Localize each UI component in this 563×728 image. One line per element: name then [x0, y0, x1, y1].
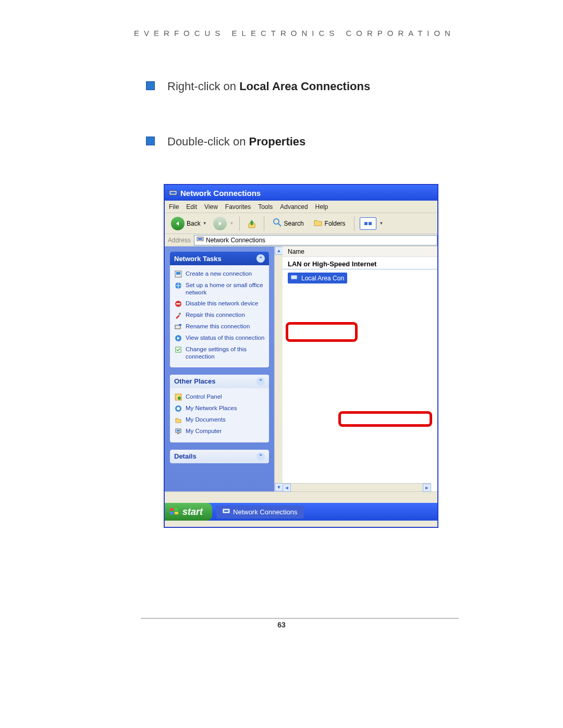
scroll-right-icon[interactable]: ► — [423, 484, 431, 492]
bullet-icon — [146, 137, 155, 145]
control-panel-icon — [174, 393, 182, 401]
scroll-left-icon[interactable]: ◄ — [283, 484, 291, 492]
footer-separator — [141, 618, 459, 619]
menu-edit[interactable]: Edit — [186, 203, 197, 211]
task-repair-connection[interactable]: Repair this connection — [173, 310, 266, 321]
back-icon — [171, 217, 185, 230]
svg-rect-23 — [291, 275, 297, 279]
svg-rect-10 — [176, 303, 180, 304]
network-tasks-header[interactable]: Network Tasks ⌃ — [170, 252, 269, 265]
menu-advanced[interactable]: Advanced — [280, 203, 308, 211]
other-places-label: Other Places — [174, 377, 216, 385]
network-icon — [169, 189, 177, 197]
address-bar: Address Network Connections — [165, 234, 437, 246]
svg-rect-22 — [177, 433, 179, 434]
window-title: Network Connections — [180, 189, 261, 198]
views-button[interactable] — [360, 217, 376, 230]
back-button[interactable]: Back ▼ — [168, 216, 210, 231]
address-value: Network Connections — [206, 237, 265, 244]
other-places-panel: Other Places ⌃ Control Panel My Network … — [170, 375, 269, 442]
menu-file[interactable]: File — [169, 203, 179, 211]
task-view-status[interactable]: View status of this connection — [173, 332, 266, 344]
svg-rect-13 — [179, 324, 181, 326]
wizard-icon — [174, 270, 182, 278]
svg-rect-26 — [224, 510, 228, 512]
svg-point-2 — [274, 219, 279, 224]
scroll-down-icon[interactable]: ▼ — [275, 483, 283, 491]
menu-tools[interactable]: Tools — [258, 203, 273, 211]
task-disable-device[interactable]: Disable this network device — [173, 298, 266, 310]
bullet-icon — [146, 81, 155, 90]
folders-label: Folders — [325, 220, 346, 227]
connections-list-pane: Name LAN or High-Speed Internet Local Ar… — [283, 246, 437, 491]
places-list: Control Panel My Network Places My Docum… — [170, 388, 269, 442]
computer-icon — [174, 427, 182, 436]
back-label: Back — [187, 220, 201, 227]
dropdown-icon: ▼ — [203, 221, 207, 226]
dropdown-icon: ▼ — [230, 221, 234, 226]
task-create-connection[interactable]: Create a new connection — [173, 268, 266, 280]
horizontal-scrollbar[interactable]: ◄ ► — [283, 483, 431, 491]
search-label: Search — [284, 220, 304, 227]
column-header-name[interactable]: Name — [283, 246, 437, 257]
svg-rect-1 — [170, 192, 176, 194]
forward-button[interactable] — [213, 217, 227, 230]
start-button[interactable]: start — [165, 503, 212, 521]
collapse-icon: ⌃ — [256, 377, 265, 386]
folders-button[interactable]: Folders — [310, 217, 349, 230]
svg-point-17 — [178, 397, 181, 400]
place-my-network[interactable]: My Network Places — [173, 403, 266, 414]
menu-help[interactable]: Help — [315, 203, 328, 211]
instruction-2: Double-click on Properties — [146, 134, 459, 149]
windows-logo-icon — [170, 508, 179, 515]
disable-icon — [174, 300, 182, 308]
search-button[interactable]: Search — [270, 217, 307, 230]
nic-icon — [291, 274, 299, 282]
task-rename-connection[interactable]: Rename this connection — [173, 321, 266, 332]
network-connections-window: Network Connections File Edit View Favor… — [164, 184, 438, 528]
instr1-bold: Local Area Connections — [239, 80, 370, 93]
network-icon — [197, 236, 204, 244]
task-setup-home-network[interactable]: Set up a home or small office network — [173, 280, 266, 298]
svg-rect-12 — [175, 325, 180, 329]
toolbar-separator — [239, 216, 240, 231]
instr1-prefix: Right-click on — [167, 80, 239, 93]
vertical-scrollbar[interactable]: ▲ ▼ — [274, 246, 283, 491]
content-area: Network Tasks ⌃ Create a new connection … — [165, 246, 437, 491]
rename-icon — [174, 323, 182, 331]
task-change-settings[interactable]: Change settings of this connection — [173, 344, 266, 362]
up-folder-button[interactable] — [245, 217, 259, 230]
other-places-header[interactable]: Other Places ⌃ — [170, 375, 269, 388]
collapse-icon: ⌃ — [256, 254, 265, 263]
taskbar-item-label: Network Connections — [233, 508, 298, 516]
address-input[interactable]: Network Connections — [194, 235, 437, 245]
taskbar: start Network Connections — [165, 503, 437, 521]
repair-icon — [174, 311, 182, 319]
instr2-prefix: Double-click on — [167, 135, 249, 148]
details-header[interactable]: Details ⌃ — [170, 450, 269, 463]
page-number: 63 — [0, 621, 563, 629]
instr2-bold: Properties — [249, 135, 306, 148]
folders-icon — [313, 218, 323, 229]
place-my-computer[interactable]: My Computer — [173, 426, 266, 437]
window-titlebar[interactable]: Network Connections — [165, 185, 437, 201]
search-icon — [273, 218, 282, 229]
menu-favorites[interactable]: Favorites — [225, 203, 251, 211]
taskbar-item-network[interactable]: Network Connections — [216, 505, 304, 519]
status-icon — [174, 334, 182, 342]
toolbar-separator — [354, 216, 354, 231]
instruction-2-text: Double-click on Properties — [167, 134, 305, 149]
svg-point-19 — [177, 407, 180, 410]
settings-icon — [174, 346, 182, 354]
local-area-connection-item[interactable]: Local Area Con — [288, 273, 347, 283]
menu-view[interactable]: View — [204, 203, 218, 211]
status-bar — [165, 491, 437, 503]
scroll-up-icon[interactable]: ▲ — [275, 246, 283, 255]
place-control-panel[interactable]: Control Panel — [173, 391, 266, 403]
globe-icon — [174, 281, 182, 290]
instruction-1-text: Right-click on Local Area Connections — [167, 79, 370, 94]
dropdown-icon: ▼ — [380, 221, 384, 226]
place-my-documents[interactable]: My Documents — [173, 414, 266, 426]
network-tasks-label: Network Tasks — [174, 255, 222, 263]
group-lan: LAN or High-Speed Internet — [283, 257, 437, 269]
